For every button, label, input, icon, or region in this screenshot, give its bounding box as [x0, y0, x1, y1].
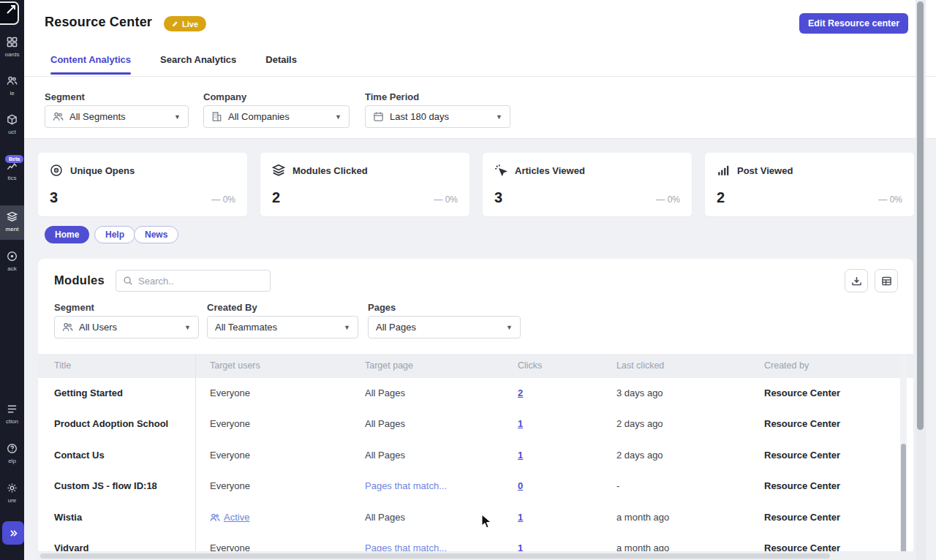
- download-button[interactable]: [845, 269, 868, 292]
- table-row[interactable]: Wistia Active All Pages 1 a month ago Re…: [38, 502, 901, 533]
- cell-title: Custom JS - flow ID:18: [54, 471, 157, 502]
- sidebar-item-dashboards[interactable]: oards: [0, 37, 24, 58]
- table-vertical-scrollbar-thumb[interactable]: [901, 444, 906, 560]
- people-icon: [210, 512, 220, 523]
- layers-icon: [272, 164, 285, 177]
- sidebar-item-help[interactable]: elp: [0, 443, 24, 464]
- help-icon: [7, 443, 18, 454]
- cell-target-users: Everyone: [210, 409, 250, 439]
- modules-created-by-value: All Teammates: [215, 322, 277, 333]
- cell-last-clicked: 2 days ago: [616, 409, 663, 439]
- pencil-icon: [172, 20, 178, 27]
- table-horizontal-scrollbar-thumb[interactable]: [40, 553, 830, 559]
- columns-settings-button[interactable]: [875, 269, 898, 292]
- pill-home[interactable]: Home: [45, 226, 89, 243]
- cell-clicks-link[interactable]: 1: [518, 440, 523, 471]
- modules-created-by-dropdown[interactable]: All Teammates ▼: [207, 316, 358, 338]
- sidebar-item-people[interactable]: le: [0, 75, 24, 97]
- column-header-target-page[interactable]: Target page: [365, 354, 413, 378]
- column-header-last-clicked[interactable]: Last clicked: [616, 354, 664, 378]
- collection-icon: [7, 404, 18, 415]
- filters-divider: [24, 138, 936, 139]
- table-row[interactable]: Getting Started Everyone All Pages 2 3 d…: [38, 378, 901, 409]
- tab-content-analytics[interactable]: Content Analytics: [50, 54, 131, 75]
- cell-title: Product Adoption School: [54, 409, 168, 439]
- app-window: oards le uct Beta tics ment ack ction: [0, 0, 936, 560]
- modules-segment-dropdown[interactable]: All Users ▼: [54, 316, 199, 338]
- eye-icon: [50, 164, 63, 177]
- stat-delta: — 0%: [434, 194, 458, 205]
- stat-label: Articles Viewed: [515, 165, 585, 176]
- page-scrollbar-thumb[interactable]: [917, 1, 924, 430]
- sidebar-item-product[interactable]: uct: [0, 114, 24, 135]
- column-header-target-users[interactable]: Target users: [210, 354, 260, 378]
- cell-clicks-link[interactable]: 1: [518, 502, 523, 533]
- company-filter-dropdown[interactable]: All Companies ▼: [203, 105, 350, 128]
- pill-help[interactable]: Help: [94, 226, 135, 243]
- segment-filter-dropdown[interactable]: All Segments ▼: [45, 105, 189, 128]
- cell-title: Getting Started: [54, 378, 123, 409]
- cell-clicks-link[interactable]: 2: [518, 378, 523, 409]
- sidebar-item-label: le: [0, 90, 24, 97]
- column-header-title[interactable]: Title: [54, 354, 71, 378]
- modules-search-input[interactable]: [138, 276, 255, 287]
- cell-clicks-link[interactable]: 1: [518, 409, 523, 439]
- sidebar-item-analytics[interactable]: Beta tics: [0, 160, 24, 181]
- time-period-filter-dropdown[interactable]: Last 180 days ▼: [365, 105, 510, 128]
- stat-card-modules-clicked: Modules Clicked 2 — 0%: [260, 153, 469, 216]
- download-icon: [851, 276, 862, 287]
- stat-delta: — 0%: [878, 194, 902, 205]
- cell-target-page-link[interactable]: Pages that match...: [365, 471, 447, 502]
- sidebar-item-feedback[interactable]: ack: [0, 251, 24, 272]
- table-row[interactable]: Custom JS - flow ID:18 Everyone Pages th…: [38, 471, 901, 502]
- stat-value: 2: [272, 189, 280, 206]
- feedback-icon: [7, 251, 18, 262]
- chevron-down-icon: ▼: [184, 324, 191, 331]
- live-badge-label: Live: [182, 20, 198, 29]
- table-row[interactable]: Product Adoption School Everyone All Pag…: [38, 409, 901, 439]
- frozen-column-divider: [195, 354, 196, 560]
- sidebar-item-label: ction: [0, 418, 24, 425]
- cell-clicks-link[interactable]: 0: [518, 471, 523, 502]
- page-title: Resource Center: [45, 15, 152, 30]
- cell-target-page: All Pages: [365, 502, 405, 533]
- table-row[interactable]: Contact Us Everyone All Pages 1 2 days a…: [38, 440, 901, 471]
- modules-segment-value: All Users: [79, 322, 117, 333]
- sidebar-item-engagement[interactable]: ment: [0, 205, 24, 240]
- people-icon: [7, 75, 18, 86]
- cell-target-users: Everyone: [210, 440, 250, 471]
- cell-target-users: Everyone: [210, 471, 250, 502]
- tabs-divider: [24, 76, 936, 77]
- dashboards-icon: [7, 37, 18, 48]
- cell-last-clicked: -: [616, 471, 619, 502]
- tab-search-analytics[interactable]: Search Analytics: [160, 54, 236, 75]
- people-icon: [62, 322, 73, 333]
- stat-card-unique-opens: Unique Opens 3 — 0%: [38, 153, 247, 216]
- app-logo[interactable]: [0, 1, 19, 25]
- sidebar-item-collection[interactable]: ction: [0, 404, 24, 425]
- live-status-badge[interactable]: Live: [164, 16, 206, 31]
- cell-last-clicked: 2 days ago: [616, 440, 663, 471]
- tab-details[interactable]: Details: [265, 54, 297, 75]
- sidebar-item-label: ack: [0, 265, 24, 272]
- segment-filter-value: All Segments: [69, 111, 126, 122]
- cell-created-by: Resource Center: [764, 440, 840, 471]
- sidebar-expand-button[interactable]: [2, 521, 24, 545]
- sidebar-item-label: ment: [0, 226, 24, 232]
- modules-title: Modules: [54, 273, 105, 287]
- modules-search[interactable]: [116, 270, 271, 292]
- table-header-row: Title Target users Target page Clicks La…: [38, 354, 913, 378]
- pill-news[interactable]: News: [134, 226, 178, 243]
- cell-target-users-link[interactable]: Active: [210, 502, 249, 533]
- stat-delta: — 0%: [656, 194, 680, 205]
- sidebar-item-label: tics: [0, 175, 24, 181]
- modules-pages-dropdown[interactable]: All Pages ▼: [368, 316, 521, 338]
- edit-resource-center-button[interactable]: Edit Resource center: [799, 13, 908, 34]
- column-header-clicks[interactable]: Clicks: [518, 354, 542, 378]
- column-header-created-by[interactable]: Created by: [764, 354, 809, 378]
- cell-created-by: Resource Center: [764, 409, 840, 439]
- stat-value: 2: [717, 189, 725, 206]
- stat-delta: — 0%: [211, 194, 235, 205]
- sidebar-item-configure[interactable]: ure: [0, 483, 24, 504]
- company-filter-value: All Companies: [228, 111, 290, 122]
